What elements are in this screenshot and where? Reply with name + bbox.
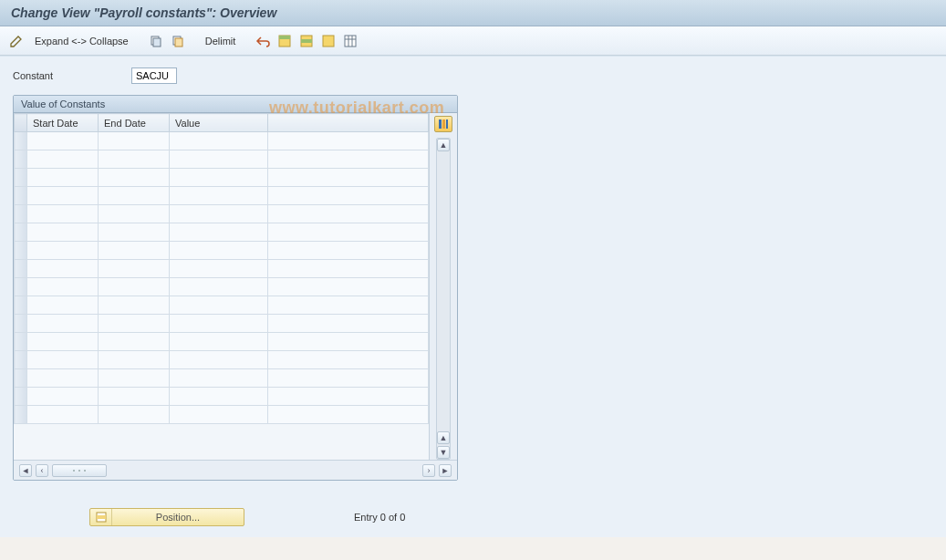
grid-cell[interactable] bbox=[99, 333, 170, 351]
grid-cell[interactable] bbox=[170, 388, 268, 406]
grid-cell[interactable] bbox=[170, 242, 268, 260]
grid-cell[interactable] bbox=[27, 205, 99, 223]
row-selector[interactable] bbox=[15, 351, 27, 369]
grid-cell[interactable] bbox=[170, 333, 268, 351]
scroll-thumb[interactable] bbox=[52, 464, 107, 477]
grid-cell[interactable] bbox=[268, 260, 429, 278]
grid-cell[interactable] bbox=[268, 369, 429, 388]
row-selector[interactable] bbox=[15, 223, 27, 242]
row-selector[interactable] bbox=[15, 315, 27, 333]
col-value[interactable]: Value bbox=[170, 114, 268, 132]
vertical-scrollbar[interactable]: ▲ ▲ ▼ bbox=[436, 138, 451, 460]
grid-cell[interactable] bbox=[170, 315, 268, 333]
table-row[interactable] bbox=[15, 296, 429, 315]
row-selector[interactable] bbox=[15, 187, 27, 205]
row-selector[interactable] bbox=[15, 242, 27, 260]
grid-cell[interactable] bbox=[99, 205, 170, 223]
horizontal-scrollbar[interactable]: ◄ ‹ › ► bbox=[14, 460, 457, 480]
grid-cell[interactable] bbox=[170, 205, 268, 223]
grid-cell[interactable] bbox=[268, 205, 429, 223]
configure-columns-icon[interactable] bbox=[434, 116, 452, 132]
row-selector[interactable] bbox=[15, 132, 27, 150]
select-all-icon[interactable] bbox=[275, 32, 294, 50]
scroll-right-icon[interactable]: › bbox=[422, 464, 435, 477]
grid-cell[interactable] bbox=[99, 169, 170, 187]
table-row[interactable] bbox=[15, 187, 429, 205]
scroll-last-icon[interactable]: ► bbox=[439, 464, 452, 477]
grid-cell[interactable] bbox=[27, 150, 99, 169]
grid-cell[interactable] bbox=[27, 242, 99, 260]
row-selector[interactable] bbox=[15, 205, 27, 223]
grid-cell[interactable] bbox=[99, 260, 170, 278]
grid-cell[interactable] bbox=[99, 223, 170, 242]
select-block-icon[interactable] bbox=[297, 32, 316, 50]
grid-cell[interactable] bbox=[27, 406, 99, 424]
grid-cell[interactable] bbox=[99, 406, 170, 424]
undo-icon[interactable] bbox=[254, 32, 272, 50]
edit-icon[interactable] bbox=[7, 32, 26, 50]
grid-cell[interactable] bbox=[27, 315, 99, 333]
grid-cell[interactable] bbox=[99, 388, 170, 406]
grid-cell[interactable] bbox=[170, 351, 268, 369]
grid-cell[interactable] bbox=[268, 187, 429, 205]
scroll-first-icon[interactable]: ◄ bbox=[19, 464, 32, 477]
position-button[interactable]: Position... bbox=[89, 508, 244, 526]
grid-cell[interactable] bbox=[268, 333, 429, 351]
grid-cell[interactable] bbox=[268, 223, 429, 242]
grid-cell[interactable] bbox=[268, 150, 429, 169]
scroll-up2-icon[interactable]: ▲ bbox=[437, 431, 450, 444]
table-row[interactable] bbox=[15, 169, 429, 187]
row-selector[interactable] bbox=[15, 150, 27, 169]
constant-input[interactable] bbox=[131, 67, 177, 84]
delimit-button[interactable]: Delimit bbox=[200, 36, 242, 47]
grid-cell[interactable] bbox=[99, 278, 170, 296]
grid-cell[interactable] bbox=[170, 169, 268, 187]
row-selector[interactable] bbox=[15, 388, 27, 406]
grid-cell[interactable] bbox=[170, 132, 268, 150]
grid-cell[interactable] bbox=[268, 278, 429, 296]
grid-cell[interactable] bbox=[27, 260, 99, 278]
table-row[interactable] bbox=[15, 260, 429, 278]
grid-cell[interactable] bbox=[99, 315, 170, 333]
grid-cell[interactable] bbox=[170, 406, 268, 424]
grid-cell[interactable] bbox=[27, 223, 99, 242]
grid-cell[interactable] bbox=[99, 296, 170, 315]
table-row[interactable] bbox=[15, 205, 429, 223]
grid-cell[interactable] bbox=[268, 351, 429, 369]
grid-cell[interactable] bbox=[27, 388, 99, 406]
deselect-all-icon[interactable] bbox=[319, 32, 338, 50]
table-row[interactable] bbox=[15, 406, 429, 424]
grid-cell[interactable] bbox=[27, 187, 99, 205]
table-row[interactable] bbox=[15, 333, 429, 351]
row-select-header[interactable] bbox=[15, 114, 27, 132]
table-row[interactable] bbox=[15, 369, 429, 388]
table-row[interactable] bbox=[15, 150, 429, 169]
grid-cell[interactable] bbox=[268, 132, 429, 150]
row-selector[interactable] bbox=[15, 260, 27, 278]
grid-cell[interactable] bbox=[99, 150, 170, 169]
row-selector[interactable] bbox=[15, 333, 27, 351]
grid-cell[interactable] bbox=[27, 296, 99, 315]
scroll-left-icon[interactable]: ‹ bbox=[36, 464, 48, 477]
table-row[interactable] bbox=[15, 278, 429, 296]
table-row[interactable] bbox=[15, 242, 429, 260]
row-selector[interactable] bbox=[15, 296, 27, 315]
grid-cell[interactable] bbox=[170, 223, 268, 242]
row-selector[interactable] bbox=[15, 369, 27, 388]
grid-cell[interactable] bbox=[99, 187, 170, 205]
grid-cell[interactable] bbox=[170, 369, 268, 388]
grid-cell[interactable] bbox=[99, 351, 170, 369]
row-selector[interactable] bbox=[15, 169, 27, 187]
grid-cell[interactable] bbox=[170, 150, 268, 169]
grid-cell[interactable] bbox=[170, 260, 268, 278]
grid-cell[interactable] bbox=[27, 351, 99, 369]
grid-cell[interactable] bbox=[170, 187, 268, 205]
grid-cell[interactable] bbox=[268, 406, 429, 424]
grid-cell[interactable] bbox=[27, 132, 99, 150]
grid-cell[interactable] bbox=[268, 296, 429, 315]
table-row[interactable] bbox=[15, 388, 429, 406]
grid-cell[interactable] bbox=[27, 333, 99, 351]
grid-cell[interactable] bbox=[27, 369, 99, 388]
table-row[interactable] bbox=[15, 132, 429, 150]
grid-cell[interactable] bbox=[268, 388, 429, 406]
